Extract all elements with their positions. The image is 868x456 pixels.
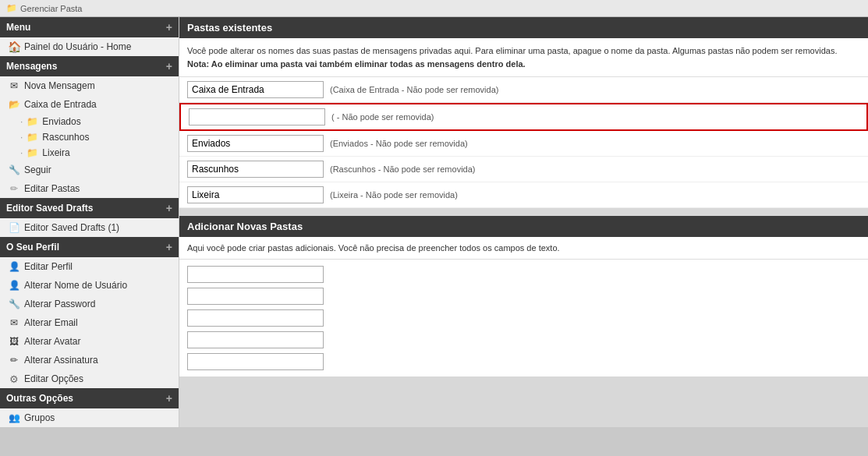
info-line2: Nota: Ao eliminar uma pasta vai também e… bbox=[187, 59, 526, 69]
sidebar: Menu + 🏠 Painel do Usuário - Home Mensag… bbox=[0, 17, 179, 427]
folder-row-1: ( - Não pode ser removida) bbox=[179, 103, 868, 131]
main-content: Pastas existentes Você pode alterar os n… bbox=[179, 17, 868, 427]
folder-icon-enviados: 📁 bbox=[27, 116, 38, 127]
sidebar-item-lixeira[interactable]: · 📁 Lixeira bbox=[0, 145, 179, 161]
sidebar-item-alterar-password[interactable]: 🔧 Alterar Password bbox=[0, 295, 179, 313]
sidebar-item-seguir[interactable]: 🔧 Seguir bbox=[0, 161, 179, 179]
sidebar-item-grupos[interactable]: 👥 Grupos bbox=[0, 408, 179, 427]
sidebar-item-home[interactable]: 🏠 Painel do Usuário - Home bbox=[0, 37, 179, 56]
editor-drafts-label: Editor Saved Drafts bbox=[6, 203, 93, 214]
folder-icon-lixeira: 📁 bbox=[27, 147, 38, 158]
lixeira-label: Lixeira bbox=[42, 147, 69, 158]
folder-note-2: (Enviados - Não pode ser removida) bbox=[330, 139, 468, 148]
folder-row-2: (Enviados - Não pode ser removida) bbox=[179, 131, 868, 157]
outras-section-header: Outras Opções + bbox=[0, 388, 179, 408]
sidebar-item-alterar-nome[interactable]: 👤 Alterar Nome de Usuário bbox=[0, 276, 179, 295]
email-icon: ✉ bbox=[8, 316, 20, 329]
add-input-5[interactable] bbox=[187, 353, 324, 370]
existing-folders-header: Pastas existentes bbox=[179, 17, 868, 38]
menu-plus-icon[interactable]: + bbox=[166, 21, 172, 34]
editar-pastas-label: Editar Pastas bbox=[24, 183, 80, 194]
sidebar-item-editar-perfil[interactable]: 👤 Editar Perfil bbox=[0, 257, 179, 276]
gear-icon: ⚙ bbox=[8, 373, 20, 385]
sidebar-item-editor-drafts[interactable]: 📄 Editor Saved Drafts (1) bbox=[0, 218, 179, 237]
alterar-nome-label: Alterar Nome de Usuário bbox=[24, 280, 127, 291]
editor-drafts-plus-icon[interactable]: + bbox=[166, 202, 172, 214]
outras-plus-icon[interactable]: + bbox=[166, 392, 172, 405]
add-input-1[interactable] bbox=[187, 266, 324, 283]
folder-input-3[interactable] bbox=[187, 161, 324, 178]
messages-label: Mensagens bbox=[6, 61, 57, 72]
grupos-icon: 👥 bbox=[8, 412, 20, 424]
editor-drafts-item-label: Editor Saved Drafts (1) bbox=[24, 222, 119, 233]
add-input-2[interactable] bbox=[187, 288, 324, 305]
password-icon: 🔧 bbox=[8, 298, 20, 310]
menu-label: Menu bbox=[6, 22, 30, 33]
alterar-avatar-label: Alterar Avatar bbox=[24, 336, 80, 347]
sidebar-item-caixa-entrada[interactable]: 📂 Caixa de Entrada bbox=[0, 95, 179, 114]
folder-icon-rascunhos: 📁 bbox=[27, 132, 38, 143]
sidebar-item-nova-mensagem[interactable]: ✉ Nova Mensagem bbox=[0, 76, 179, 95]
edit-pastas-icon: ✏ bbox=[8, 182, 20, 195]
alterar-password-label: Alterar Password bbox=[24, 299, 95, 309]
folder-orange-icon: 📂 bbox=[8, 98, 20, 111]
folder-input-0[interactable] bbox=[187, 81, 324, 98]
folder-row-4: (Lixeira - Não pode ser removida) bbox=[179, 182, 868, 208]
folder-input-1[interactable] bbox=[189, 108, 325, 125]
envelope-icon: ✉ bbox=[8, 80, 20, 92]
add-folders-box: Adicionar Novas Pastas Aqui você pode cr… bbox=[179, 216, 868, 376]
outras-label: Outras Opções bbox=[6, 393, 73, 404]
main-layout: Menu + 🏠 Painel do Usuário - Home Mensag… bbox=[0, 17, 868, 427]
alterar-email-label: Alterar Email bbox=[24, 317, 78, 328]
add-info: Aqui você pode criar pastas adicionais. … bbox=[179, 237, 868, 260]
folder-note-0: (Caixa de Entrada - Não pode ser removid… bbox=[330, 85, 498, 94]
sidebar-item-alterar-assinatura[interactable]: ✏ Alterar Assinatura bbox=[0, 351, 179, 369]
signature-icon: ✏ bbox=[8, 354, 20, 366]
messages-plus-icon[interactable]: + bbox=[166, 60, 172, 72]
add-input-4[interactable] bbox=[187, 331, 324, 348]
rascunhos-label: Rascunhos bbox=[42, 132, 89, 143]
add-inputs-container bbox=[179, 260, 868, 376]
folder-input-2[interactable] bbox=[187, 135, 324, 152]
profile-plus-icon[interactable]: + bbox=[166, 241, 172, 253]
folder-note-3: (Rascunhos - Não pode ser removida) bbox=[330, 164, 475, 174]
page-wrapper: 📁 Gerenciar Pasta Menu + 🏠 Painel do Usu… bbox=[0, 0, 868, 456]
sidebar-item-enviados[interactable]: · 📁 Enviados bbox=[0, 114, 179, 129]
sidebar-item-alterar-email[interactable]: ✉ Alterar Email bbox=[0, 313, 179, 332]
add-folders-title: Adicionar Novas Pastas bbox=[187, 221, 303, 232]
add-info-text: Aqui você pode criar pastas adicionais. … bbox=[187, 243, 560, 253]
messages-section-header: Mensagens + bbox=[0, 56, 179, 76]
nova-mensagem-label: Nova Mensagem bbox=[24, 80, 95, 91]
caixa-entrada-label: Caixa de Entrada bbox=[24, 99, 97, 110]
sub-dot-enviados: · bbox=[20, 116, 23, 127]
sidebar-item-editar-opcoes[interactable]: ⚙ Editar Opções bbox=[0, 369, 179, 388]
avatar-icon: 🖼 bbox=[8, 335, 20, 348]
folder-note-4: (Lixeira - Não pode ser removida) bbox=[330, 190, 458, 200]
folder-input-4[interactable] bbox=[187, 186, 324, 203]
seguir-label: Seguir bbox=[24, 164, 51, 175]
title-icon: 📁 bbox=[6, 3, 17, 13]
home-icon: 🏠 bbox=[8, 41, 20, 53]
sidebar-item-alterar-avatar[interactable]: 🖼 Alterar Avatar bbox=[0, 332, 179, 351]
username-icon: 👤 bbox=[8, 279, 20, 292]
add-folders-header: Adicionar Novas Pastas bbox=[179, 216, 868, 237]
existing-folders-title: Pastas existentes bbox=[187, 22, 272, 34]
profile-section-header: O Seu Perfil + bbox=[0, 237, 179, 257]
info-line1: Você pode alterar os nomes das suas past… bbox=[187, 46, 837, 55]
grupos-label: Grupos bbox=[24, 412, 55, 423]
editor-drafts-section-header: Editor Saved Drafts + bbox=[0, 198, 179, 218]
page-title: Gerenciar Pasta bbox=[20, 4, 82, 13]
menu-section-header: Menu + bbox=[0, 17, 179, 37]
follow-icon: 🔧 bbox=[8, 164, 20, 176]
folder-row-3: (Rascunhos - Não pode ser removida) bbox=[179, 157, 868, 182]
add-input-3[interactable] bbox=[187, 309, 324, 327]
folder-row-0: (Caixa de Entrada - Não pode ser removid… bbox=[179, 77, 868, 103]
person-icon: 👤 bbox=[8, 260, 20, 273]
drafts-doc-icon: 📄 bbox=[8, 221, 20, 234]
sub-dot-rascunhos: · bbox=[20, 132, 23, 143]
page-title-bar: 📁 Gerenciar Pasta bbox=[0, 0, 868, 17]
sidebar-item-editar-pastas[interactable]: ✏ Editar Pastas bbox=[0, 179, 179, 198]
sidebar-item-rascunhos[interactable]: · 📁 Rascunhos bbox=[0, 129, 179, 145]
home-label: Painel do Usuário - Home bbox=[24, 41, 131, 52]
alterar-assinatura-label: Alterar Assinatura bbox=[24, 355, 98, 366]
